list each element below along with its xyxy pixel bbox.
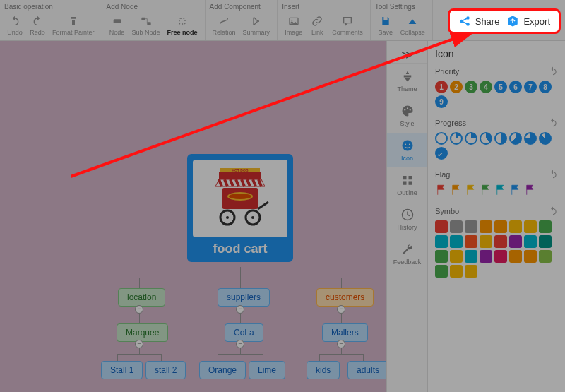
tab-theme[interactable]: Theme: [387, 64, 427, 98]
priority-8[interactable]: 8: [539, 81, 552, 93]
flag-1[interactable]: [450, 184, 463, 196]
subnode-button[interactable]: Sub Node: [129, 13, 163, 37]
progress-6[interactable]: [524, 132, 537, 145]
collapse-toggle[interactable]: −: [135, 340, 143, 348]
symbol-17[interactable]: [450, 250, 463, 263]
flag-0[interactable]: [435, 184, 448, 196]
node-customers[interactable]: customers: [316, 288, 374, 307]
svg-text:HOT DOG: HOT DOG: [232, 168, 248, 172]
priority-6[interactable]: 6: [509, 81, 522, 93]
flag-6[interactable]: [524, 184, 537, 196]
priority-3[interactable]: 3: [465, 81, 477, 93]
flag-2[interactable]: [465, 184, 477, 196]
image-button[interactable]: Image: [282, 13, 305, 37]
symbol-4[interactable]: [494, 220, 507, 233]
tab-icon[interactable]: Icon: [387, 133, 427, 167]
progress-8[interactable]: [435, 147, 448, 160]
node-kids[interactable]: kids: [307, 361, 340, 379]
tab-style[interactable]: Style: [387, 98, 427, 133]
svg-rect-10: [219, 172, 261, 179]
symbol-10[interactable]: [465, 235, 477, 248]
relation-button[interactable]: Relation: [210, 13, 239, 37]
symbol-20[interactable]: [494, 250, 507, 263]
symbol-13[interactable]: [509, 235, 522, 248]
collapse-toggle[interactable]: −: [337, 305, 345, 314]
collapse-toggle[interactable]: −: [236, 340, 244, 348]
node-marquee[interactable]: Marquee: [117, 323, 168, 342]
collapse-toggle[interactable]: −: [337, 340, 345, 348]
progress-1[interactable]: [450, 132, 463, 145]
symbol-23[interactable]: [539, 250, 552, 263]
panel-collapse-button[interactable]: ≫: [387, 47, 427, 64]
priority-9[interactable]: 9: [435, 95, 448, 108]
undo-icon[interactable]: [548, 118, 558, 128]
node-orange[interactable]: Orange: [199, 361, 246, 379]
node-cola[interactable]: CoLa: [225, 323, 263, 342]
priority-1[interactable]: 1: [435, 81, 448, 93]
save-button[interactable]: Save: [375, 13, 396, 37]
symbol-3[interactable]: [480, 220, 492, 233]
symbol-21[interactable]: [509, 250, 522, 263]
redo-button[interactable]: Redo: [27, 13, 48, 37]
tab-history[interactable]: History: [387, 202, 427, 237]
symbol-2[interactable]: [465, 220, 477, 233]
node-adults[interactable]: adults: [347, 361, 386, 379]
symbol-25[interactable]: [450, 265, 463, 278]
symbol-9[interactable]: [450, 235, 463, 248]
node-location[interactable]: location: [118, 288, 165, 307]
priority-2[interactable]: 2: [450, 81, 463, 93]
symbol-15[interactable]: [539, 235, 552, 248]
comments-button[interactable]: Comments: [329, 13, 366, 37]
share-button[interactable]: Share: [458, 15, 500, 28]
freenode-button[interactable]: Free node: [165, 13, 201, 37]
progress-7[interactable]: [539, 132, 552, 145]
symbol-8[interactable]: [435, 235, 448, 248]
symbol-12[interactable]: [494, 235, 507, 248]
symbol-6[interactable]: [524, 220, 537, 233]
node-mallers[interactable]: Mallers: [322, 323, 368, 342]
progress-0[interactable]: [435, 132, 448, 145]
node-lime[interactable]: Lime: [249, 361, 285, 379]
flag-3[interactable]: [480, 184, 492, 196]
symbol-7[interactable]: [539, 220, 552, 233]
symbol-1[interactable]: [450, 220, 463, 233]
format-painter-button[interactable]: Format Painter: [49, 13, 97, 37]
symbol-14[interactable]: [524, 235, 537, 248]
undo-icon[interactable]: [548, 170, 558, 179]
collapse-toggle[interactable]: −: [135, 305, 143, 314]
symbol-26[interactable]: [465, 265, 477, 278]
priority-4[interactable]: 4: [480, 81, 492, 93]
node-button[interactable]: Node: [107, 13, 128, 37]
tab-outline[interactable]: Outline: [387, 167, 427, 202]
node-stall2[interactable]: stall 2: [145, 361, 186, 379]
symbol-22[interactable]: [524, 250, 537, 263]
symbol-19[interactable]: [480, 250, 492, 263]
symbol-18[interactable]: [465, 250, 477, 263]
progress-5[interactable]: [509, 132, 522, 145]
priority-5[interactable]: 5: [494, 81, 507, 93]
link-button[interactable]: Link: [307, 13, 328, 37]
collapse-button[interactable]: Collapse: [398, 13, 428, 37]
priority-7[interactable]: 7: [524, 81, 537, 93]
root-node[interactable]: HOT DOG food cart: [187, 154, 293, 262]
undo-icon[interactable]: [548, 66, 558, 76]
undo-icon[interactable]: [548, 206, 558, 216]
node-stall1[interactable]: Stall 1: [101, 361, 143, 379]
undo-button[interactable]: Undo: [4, 13, 25, 37]
progress-2[interactable]: [465, 132, 477, 145]
node-suppliers[interactable]: suppliers: [218, 288, 270, 307]
symbol-11[interactable]: [480, 235, 492, 248]
flag-5[interactable]: [509, 184, 522, 196]
symbol-24[interactable]: [435, 265, 448, 278]
summary-button[interactable]: Summary: [240, 13, 273, 37]
symbol-5[interactable]: [509, 220, 522, 233]
flag-4[interactable]: [494, 184, 507, 196]
export-button[interactable]: Export: [506, 15, 550, 28]
collapse-toggle[interactable]: −: [236, 305, 244, 314]
progress-4[interactable]: [494, 132, 507, 145]
symbol-0[interactable]: [435, 220, 448, 233]
progress-3[interactable]: [480, 132, 492, 145]
tab-feedback[interactable]: Feedback: [387, 237, 427, 271]
symbol-16[interactable]: [435, 250, 448, 263]
mindmap-canvas[interactable]: HOT DOG food cart location su: [0, 41, 386, 392]
